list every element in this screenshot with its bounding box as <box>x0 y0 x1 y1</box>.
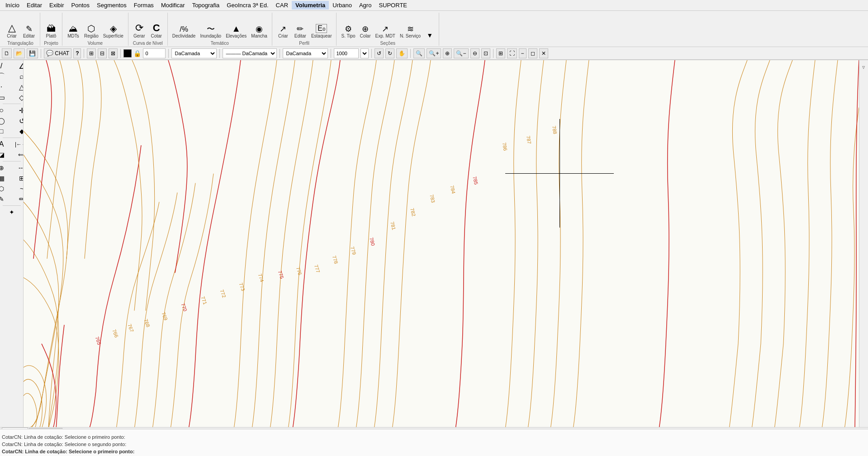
menu-formas[interactable]: Formas <box>130 1 157 10</box>
btn-gerar[interactable]: ⟳ Gerar <box>131 22 147 40</box>
btn-save-file[interactable]: 💾 <box>27 48 38 58</box>
menu-editar[interactable]: Editar <box>23 1 46 10</box>
btn-hand-tool[interactable]: ✋ <box>396 48 408 58</box>
btn-superficie[interactable]: ◈ Superfície <box>101 23 125 40</box>
scale-input[interactable] <box>334 48 359 58</box>
layer-select2[interactable]: DaCamada <box>283 48 328 58</box>
lock-value-input[interactable] <box>143 48 166 58</box>
scale-select[interactable]: ▼ <box>360 48 369 58</box>
lt-btn-circle[interactable]: ○ <box>0 105 11 115</box>
menu-exibir[interactable]: Exibir <box>46 1 68 10</box>
btn-close[interactable]: ✕ <box>539 48 548 58</box>
lt-btn-angle[interactable]: ∠ <box>12 61 24 71</box>
lt-btn-star[interactable]: ✦ <box>2 207 22 217</box>
btn-cotar[interactable]: C Cotar <box>148 22 165 40</box>
layer-select1[interactable]: DaCamada <box>171 48 217 58</box>
menu-car[interactable]: CAR <box>272 1 292 10</box>
map-area[interactable]: 788 787 786 785 784 783 782 781 780 779 … <box>24 60 859 429</box>
lt-pair-10: ⊕ --- <box>0 163 24 173</box>
menu-pontos[interactable]: Pontos <box>68 1 93 10</box>
lt-btn-triangle[interactable]: △ <box>12 82 24 92</box>
btn-s-tipo[interactable]: ⚙ S. Tipo <box>339 24 357 40</box>
lt-btn-rotate[interactable]: ↺ <box>12 116 24 126</box>
cmd-line-2: CotarCN: Linha de cotação: Selecione o s… <box>2 441 866 448</box>
lt-btn-measure[interactable]: |←→| <box>12 139 24 149</box>
btn-zoom-fit[interactable]: ⊡ <box>481 48 490 58</box>
toolbar-group-label-secoes: Seções <box>380 41 395 46</box>
menu-suporte[interactable]: SUPORTE <box>375 1 411 10</box>
lt-btn-fill[interactable]: ◆ <box>12 126 24 136</box>
lt-btn-line[interactable]: / <box>0 61 11 71</box>
btn-fullscreen[interactable]: ⛶ <box>507 48 517 58</box>
btn-inundacao[interactable]: 〜 Inundação <box>198 24 223 40</box>
btn-regiao[interactable]: ⬡ Região <box>82 23 100 40</box>
lt-btn-erase[interactable]: ◪ <box>0 150 11 160</box>
color-swatch[interactable] <box>123 49 132 57</box>
btn-zoom-reset[interactable]: 🔍 <box>413 48 425 58</box>
btn-rotate-ccw[interactable]: ↺ <box>375 48 384 58</box>
btn-chat[interactable]: 💬 CHAT <box>44 48 71 58</box>
btn-new-file[interactable]: 🗋 <box>2 48 12 58</box>
lt-btn-rect[interactable]: ▭ <box>0 92 11 102</box>
menu-geoincra[interactable]: GeoIncra 3ª Ed. <box>223 1 272 10</box>
lt-btn-text[interactable]: A <box>0 139 11 149</box>
btn-criar-perfil[interactable]: ↗ Criar <box>275 24 291 40</box>
lt-btn-pen2[interactable]: ✏ <box>12 194 24 204</box>
lt-btn-poly[interactable]: ⬡ <box>0 184 11 194</box>
btn-restore[interactable]: ◻ <box>528 48 537 58</box>
btn-mdts[interactable]: ⛰ MDTs <box>65 23 81 40</box>
lt-btn-rect2[interactable]: □ <box>0 126 11 136</box>
btn-help[interactable]: ? <box>73 48 81 58</box>
btn-open-file[interactable]: 📂 <box>14 48 25 58</box>
btn-zoom-in[interactable]: 🔍+ <box>427 48 441 58</box>
lt-btn-point[interactable]: · <box>0 82 11 92</box>
btn-minimize[interactable]: − <box>519 48 526 58</box>
btn-criar-triangulacao[interactable]: △ Criar <box>4 22 20 40</box>
lt-btn-arc[interactable]: ⌒ <box>0 71 11 81</box>
btn-elevacoes[interactable]: ▲ Elevações <box>224 23 248 40</box>
menu-segmentos[interactable]: Segmentos <box>93 1 130 10</box>
btn-zoom-out[interactable]: 🔍− <box>454 48 468 58</box>
menu-agro[interactable]: Agro <box>356 1 375 10</box>
btn-layer-stack1[interactable]: ⊞ <box>87 48 96 58</box>
toolbar-group-label-projeto: Projeto <box>44 41 58 46</box>
btn-zoom-in-box[interactable]: ⊕ <box>443 48 452 58</box>
line-style-select[interactable]: ——— DaCamada <box>223 48 277 58</box>
lt-btn-pen[interactable]: ✎ <box>0 194 11 204</box>
toolbar-row2: 🗋 📂 💾 💬 CHAT ? ⊞ ⊟ ⊠ 🔒 DaCamada ——— DaCa… <box>0 47 868 60</box>
btn-mancha[interactable]: ◉ Mancha <box>249 24 269 40</box>
btn-plato[interactable]: 🏔 Platô <box>43 23 59 40</box>
btn-editar-perfil[interactable]: ✏ Editar <box>292 24 308 40</box>
lt-btn-curve[interactable]: ⌕ <box>12 71 24 81</box>
lt-btn-ellipse[interactable]: ◯ <box>0 116 11 126</box>
menu-inicio[interactable]: Início <box>2 1 23 10</box>
btn-more-secoes[interactable]: ▼ <box>423 31 436 40</box>
btn-table-view[interactable]: ⊞ <box>496 48 505 58</box>
lt-btn-move[interactable]: ✛ <box>12 105 24 115</box>
lt-btn-spline[interactable]: ~ <box>12 184 24 194</box>
lt-btn-grid2[interactable]: ⊞ <box>12 173 24 183</box>
btn-zoom-out-box[interactable]: ⊖ <box>470 48 479 58</box>
btn-layer-stack3[interactable]: ⊠ <box>109 48 118 58</box>
lt-btn-dash[interactable]: --- <box>12 163 24 173</box>
lt-btn-snap[interactable]: ⊕ <box>0 163 11 173</box>
btn-n-servico[interactable]: ≋ N. Serviço <box>398 24 422 40</box>
btn-declividade[interactable]: /% Declividade <box>171 24 198 40</box>
lt-btn-diamond[interactable]: ◇ <box>12 92 24 102</box>
lt-btn-hatch[interactable]: ▦ <box>0 173 11 183</box>
menu-topografia[interactable]: Topografia <box>189 1 223 10</box>
menu-volumetria[interactable]: Volumetria <box>292 1 329 10</box>
btn-estaquear[interactable]: E₀ Estaquear <box>309 23 334 40</box>
btn-exp-mdt[interactable]: ↗ Exp. MDT <box>374 24 397 40</box>
btn-editar-triangulacao[interactable]: ✎ Editar <box>21 24 37 40</box>
toolbar-group-projeto: 🏔 Platô Projeto <box>41 13 62 46</box>
toolbar-group-label-tematico: Temático <box>211 41 229 46</box>
menu-urbano[interactable]: Urbano <box>329 1 356 10</box>
lt-btn-ruler[interactable]: ⟺ <box>12 150 24 160</box>
divider1 <box>41 49 41 58</box>
btn-layer-stack2[interactable]: ⊟ <box>98 48 107 58</box>
lt-pair-13: ✎ ✏ <box>0 194 24 204</box>
btn-colar[interactable]: ⊕ Colar <box>358 24 373 40</box>
menu-modificar[interactable]: Modificar <box>157 1 189 10</box>
btn-rotate-cw[interactable]: ↻ <box>385 48 394 58</box>
